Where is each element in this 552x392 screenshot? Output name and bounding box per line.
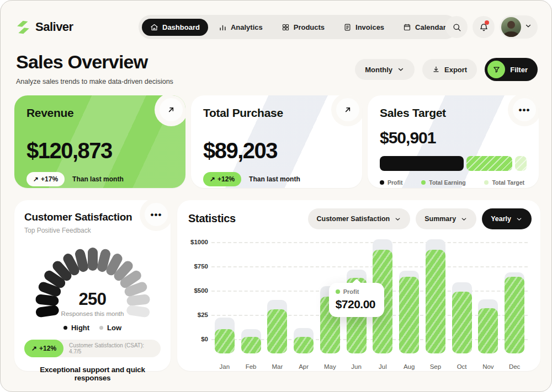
arrow-up-right-icon: ↗ (33, 175, 39, 183)
revenue-title: Revenue (26, 106, 173, 120)
target-segment-total-target (515, 156, 527, 171)
page-header: Sales Overview Analyze sales trends to m… (16, 51, 173, 85)
filter-button[interactable]: Filter (485, 58, 538, 81)
revenue-compare: Than last month (72, 175, 124, 183)
nav-item-invoices[interactable]: Invoices (335, 19, 392, 36)
nav-item-label: Calendar (415, 23, 446, 31)
bar-apr[interactable]: Apr (290, 242, 317, 370)
legend-dot-icon (484, 180, 489, 185)
chevron-down-icon (460, 216, 468, 223)
bar-fill (478, 308, 498, 353)
chevron-down-icon (397, 66, 405, 73)
target-legend-item: Total Earning (421, 179, 465, 186)
search-icon (452, 23, 461, 32)
nav-item-label: Dashboard (162, 23, 200, 31)
more-icon: ••• (151, 210, 162, 219)
y-tick-label: $25 (198, 312, 208, 318)
satisfaction-more-button[interactable]: ••• (145, 203, 168, 226)
x-tick-label: Nov (475, 363, 502, 370)
bottom-row: Customer Satisfaction Top Positive Feedb… (14, 200, 540, 371)
arrow-up-right-icon: ↗ (31, 345, 37, 352)
bar-sep[interactable]: Sep (422, 242, 449, 370)
avatar (501, 17, 521, 37)
bar-oct[interactable]: Oct (449, 242, 475, 370)
total-purchase-expand-button[interactable] (336, 98, 359, 121)
statistics-filter-summary[interactable]: Summary (416, 208, 476, 229)
sales-target-more-button[interactable]: ••• (513, 98, 536, 121)
chevron-down-icon (516, 216, 523, 223)
y-tick-label: $1000 (190, 239, 208, 245)
bar-nov[interactable]: Nov (475, 242, 502, 370)
total-purchase-card: Total Purchase $89,203 ↗ +12% Than last … (191, 95, 362, 188)
lightning-icon (16, 20, 30, 34)
satisfaction-gauge: 250 (35, 243, 151, 305)
bar-dec[interactable]: Dec (501, 242, 528, 370)
x-tick-label: Apr (290, 363, 317, 370)
sales-target-title: Sales Target (380, 106, 527, 120)
home-icon (150, 23, 158, 31)
csat-pill: ↗ +12% Customer Satisfaction (CSAT): 4.7… (24, 340, 161, 357)
statistics-filter-customer-satisfaction[interactable]: Customer Satisfaction (308, 208, 411, 229)
satisfaction-title: Customer Satisfaction (24, 211, 161, 223)
legend-dot-icon (63, 326, 67, 330)
statistics-card: Statistics Customer SatisfactionSummaryY… (177, 200, 540, 371)
nav-item-dashboard[interactable]: Dashboard (142, 19, 208, 36)
period-dropdown[interactable]: Monthly (355, 59, 415, 80)
sales-target-value: $50,901 (380, 128, 527, 147)
bar-mar[interactable]: Mar (264, 242, 291, 370)
bar-fill (215, 329, 235, 353)
customer-satisfaction-card: Customer Satisfaction Top Positive Feedb… (14, 200, 171, 371)
notifications-button[interactable] (473, 16, 495, 38)
bar-jan[interactable]: Jan (211, 242, 238, 370)
export-button[interactable]: Export (422, 59, 477, 80)
tooltip-value: $720.00 (336, 298, 378, 311)
target-legend-item: Total Target (484, 179, 524, 186)
funnel-icon (487, 61, 505, 78)
bar-fill (294, 337, 314, 353)
sales-target-card: Sales Target $50,901 ProfitTotal Earning… (368, 95, 539, 188)
y-tick-label: $0 (201, 336, 208, 342)
total-purchase-title: Total Purchase (203, 106, 350, 120)
total-purchase-compare: Than last month (249, 175, 300, 183)
revenue-expand-button[interactable] (160, 98, 183, 121)
app-window: Saliver DashboardAnalyticsProductsInvoic… (0, 0, 552, 392)
gauge-legend: HightLow (24, 324, 161, 332)
notification-dot (485, 20, 489, 25)
bar-feb[interactable]: Feb (238, 242, 264, 370)
revenue-card: Revenue $120,873 ↗ +17% Than last month (14, 95, 185, 188)
search-button[interactable] (445, 16, 468, 38)
bar-fill (399, 277, 419, 353)
page-subtitle: Analyze sales trends to make data-driven… (16, 78, 173, 85)
nav-item-label: Analytics (231, 23, 263, 31)
page-title: Sales Overview (16, 51, 173, 73)
nav-item-label: Invoices (355, 23, 384, 31)
x-tick-label: Feb (238, 363, 264, 370)
more-icon: ••• (519, 105, 530, 115)
user-menu[interactable] (500, 15, 538, 39)
x-tick-label: Jun (343, 363, 370, 370)
statistics-filter-yearly[interactable]: Yearly (482, 208, 532, 229)
csat-score-text: Customer Satisfaction (CSAT): 4.7/5 (69, 342, 155, 355)
revenue-badge: ↗ +17% (26, 172, 65, 186)
nav-item-products[interactable]: Products (273, 19, 333, 36)
main-nav: DashboardAnalyticsProductsInvoicesCalend… (139, 15, 458, 39)
target-segment-profit (380, 156, 464, 171)
target-legend-item: Profit (380, 179, 402, 186)
chevron-down-icon (524, 22, 532, 32)
total-purchase-badge: ↗ +12% (203, 172, 241, 186)
nav-item-analytics[interactable]: Analytics (210, 19, 271, 36)
satisfaction-footnote: Exceptional support and quick responses (24, 366, 161, 382)
arrow-up-right-icon (167, 105, 176, 114)
topbar-actions (445, 15, 538, 39)
bar-fill (452, 292, 472, 353)
x-tick-label: Aug (396, 363, 422, 370)
bar-fill (267, 309, 287, 353)
bar-aug[interactable]: Aug (396, 242, 422, 370)
sales-target-legend: ProfitTotal EarningTotal Target (380, 179, 527, 186)
kpi-cards-row: Revenue $120,873 ↗ +17% Than last month … (14, 95, 539, 188)
chevron-down-icon (394, 216, 401, 223)
brand-logo[interactable]: Saliver (16, 20, 73, 34)
invoices-icon (343, 23, 352, 31)
satisfaction-subtitle: Top Positive Feedback (24, 227, 161, 234)
page-controls: Monthly Export Filter (355, 58, 538, 81)
